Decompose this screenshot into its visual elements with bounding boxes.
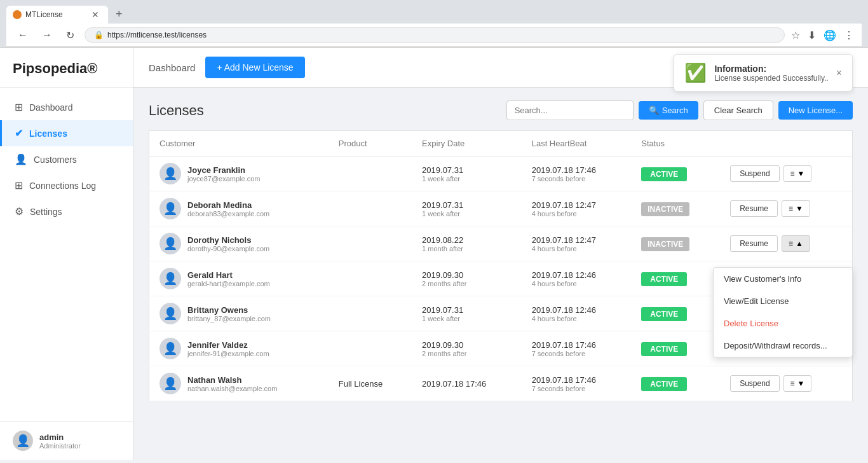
menu-icon[interactable]: ⋮ xyxy=(844,29,854,41)
notification-close-button[interactable]: × xyxy=(836,67,842,79)
clear-search-button[interactable]: Clear Search xyxy=(703,100,773,120)
dropdown-menu-item[interactable]: View/Edit License xyxy=(714,290,852,312)
heartbeat-date: 2019.07.18 12:46 xyxy=(532,270,621,280)
product-value: Full License xyxy=(339,379,383,389)
bookmark-icon[interactable]: ☆ xyxy=(791,29,800,41)
product-cell: Full License xyxy=(329,366,412,401)
expiry-date: 2019.09.30 xyxy=(422,270,512,280)
row-menu-button[interactable]: ≡ ▲ xyxy=(782,235,810,252)
sidebar: Pipsopedia® ⊞ Dashboard ✔ Licenses 👤 Cus… xyxy=(0,48,133,460)
sidebar-item-dashboard[interactable]: ⊞ Dashboard xyxy=(0,94,133,120)
customer-name: Dorothy Nichols xyxy=(187,235,269,245)
table-row: 👤 Joyce Franklin joyce87@example.com 201… xyxy=(149,156,853,191)
col-expiry: Expiry Date xyxy=(412,131,522,156)
dropdown-menu-item[interactable]: Deposit/Withdrawl records... xyxy=(714,335,852,357)
avatar: 👤 xyxy=(159,303,181,324)
heartbeat-sub: 7 seconds before xyxy=(532,175,621,183)
sidebar-item-customers[interactable]: 👤 Customers xyxy=(0,146,133,172)
row-menu-button[interactable]: ≡ ▼ xyxy=(783,375,812,392)
hamburger-icon: ≡ xyxy=(789,204,793,213)
search-bar: 🔍 Search Clear Search New License... xyxy=(506,100,853,120)
heartbeat-cell: 2019.07.18 12:47 4 hours before xyxy=(522,191,632,226)
chevron-icon: ▼ xyxy=(797,169,805,178)
expiry-cell: 2019.07.31 1 week after xyxy=(412,191,522,226)
avatar: 👤 xyxy=(159,268,181,289)
row-context-menu: View Customer's InfoView/Edit LicenseDel… xyxy=(713,267,853,357)
licenses-table: Customer Product Expiry Date Last HeartB… xyxy=(149,130,853,401)
sidebar-item-label: Settings xyxy=(30,207,62,217)
add-license-button[interactable]: + Add New License xyxy=(205,57,304,78)
search-button[interactable]: 🔍 Search xyxy=(639,101,698,120)
product-cell xyxy=(329,331,412,366)
download-icon[interactable]: ⬇ xyxy=(808,29,816,41)
connections-icon: ⊞ xyxy=(15,179,23,191)
customer-cell: 👤 Brittany Owens brittany_87@example.com xyxy=(159,303,318,324)
search-input[interactable] xyxy=(506,100,634,120)
browser-tab[interactable]: MTLicense ✕ xyxy=(6,6,108,24)
expiry-sub: 1 month after xyxy=(422,245,512,252)
col-status: Status xyxy=(631,131,720,156)
admin-name: admin xyxy=(39,432,81,442)
heartbeat-date: 2019.07.18 17:46 xyxy=(532,340,621,350)
expiry-sub: 1 week after xyxy=(422,175,512,183)
primary-action-button[interactable]: Resume xyxy=(730,235,778,252)
forward-button[interactable]: → xyxy=(38,28,56,42)
hamburger-icon: ≡ xyxy=(789,239,793,248)
sidebar-item-settings[interactable]: ⚙ Settings xyxy=(0,198,133,225)
settings-icon: ⚙ xyxy=(15,205,24,218)
sidebar-item-label: Dashboard xyxy=(29,102,73,113)
top-bar: Dashboard + Add New License ✅ Informatio… xyxy=(133,48,868,88)
avatar: 👤 xyxy=(159,233,181,254)
customer-email: dorothy-90@example.com xyxy=(187,245,269,252)
reload-button[interactable]: ↻ xyxy=(62,28,78,43)
status-cell: INACTIVE xyxy=(631,226,720,261)
table-row: 👤 Deborah Medina deborah83@example.com 2… xyxy=(149,191,853,226)
primary-action-button[interactable]: Resume xyxy=(730,200,778,217)
customer-email: gerald-hart@example.com xyxy=(187,280,270,287)
primary-action-button[interactable]: Suspend xyxy=(730,165,779,182)
product-cell xyxy=(329,296,412,331)
status-cell: ACTIVE xyxy=(631,331,720,366)
dropdown-menu-item[interactable]: Delete License xyxy=(714,312,852,335)
row-menu-button[interactable]: ≡ ▼ xyxy=(782,200,810,217)
col-customer: Customer xyxy=(149,131,329,156)
avatar: 👤 xyxy=(159,338,181,359)
heartbeat-sub: 4 hours before xyxy=(532,280,621,287)
primary-action-button[interactable]: Suspend xyxy=(730,375,779,392)
actions-cell: Suspend ≡ ▼ xyxy=(720,366,852,401)
status-badge: ACTIVE xyxy=(641,272,687,286)
admin-avatar: 👤 xyxy=(13,431,33,451)
expiry-sub: 2 months after xyxy=(422,280,512,287)
extension-icon[interactable]: 🌐 xyxy=(824,29,836,41)
status-cell: ACTIVE xyxy=(631,156,720,191)
expiry-sub: 1 week after xyxy=(422,210,512,218)
col-heartbeat: Last HeartBeat xyxy=(522,131,632,156)
sidebar-item-label: Licenses xyxy=(29,128,67,139)
product-cell xyxy=(329,156,412,191)
heartbeat-date: 2019.07.18 12:46 xyxy=(532,305,621,315)
expiry-date: 2019.09.30 xyxy=(422,340,512,350)
status-badge: INACTIVE xyxy=(641,237,689,251)
expiry-sub: 2 months after xyxy=(422,350,512,357)
new-license-button[interactable]: New License... xyxy=(778,101,853,120)
expiry-date: 2019.07.31 xyxy=(422,305,512,315)
dashboard-link[interactable]: Dashboard xyxy=(149,62,195,73)
customer-cell: 👤 Dorothy Nichols dorothy-90@example.com xyxy=(159,233,318,254)
dropdown-menu-item[interactable]: View Customer's Info xyxy=(714,268,852,290)
hamburger-icon: ≡ xyxy=(790,379,795,388)
back-button[interactable]: ← xyxy=(14,28,32,42)
tab-close-button[interactable]: ✕ xyxy=(92,10,99,20)
sidebar-item-licenses[interactable]: ✔ Licenses xyxy=(0,120,133,146)
expiry-cell: 2019.08.22 1 month after xyxy=(412,226,522,261)
heartbeat-date: 2019.07.18 12:47 xyxy=(532,235,621,245)
status-cell: INACTIVE xyxy=(631,191,720,226)
admin-role: Administrator xyxy=(39,442,81,450)
status-badge: ACTIVE xyxy=(641,377,687,391)
row-menu-button[interactable]: ≡ ▼ xyxy=(783,165,812,182)
heartbeat-sub: 7 seconds before xyxy=(532,350,621,357)
expiry-cell: 2019.09.30 2 months after xyxy=(412,331,522,366)
new-tab-button[interactable]: + xyxy=(111,5,128,24)
sidebar-item-connections-log[interactable]: ⊞ Connections Log xyxy=(0,172,133,198)
chevron-icon: ▼ xyxy=(796,204,803,213)
expiry-cell: 2019.07.18 17:46 xyxy=(412,366,522,401)
